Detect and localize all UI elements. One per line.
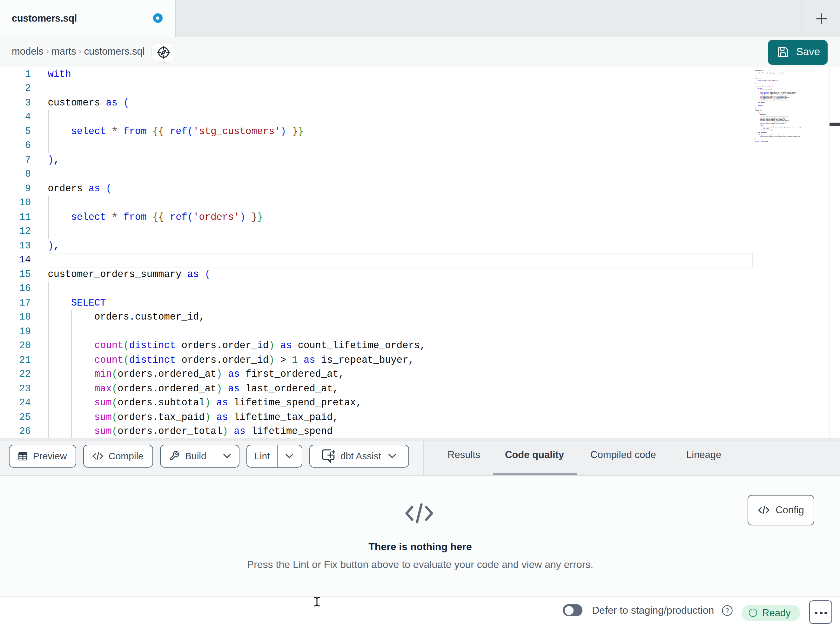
svg-text:?: ? xyxy=(725,606,729,614)
